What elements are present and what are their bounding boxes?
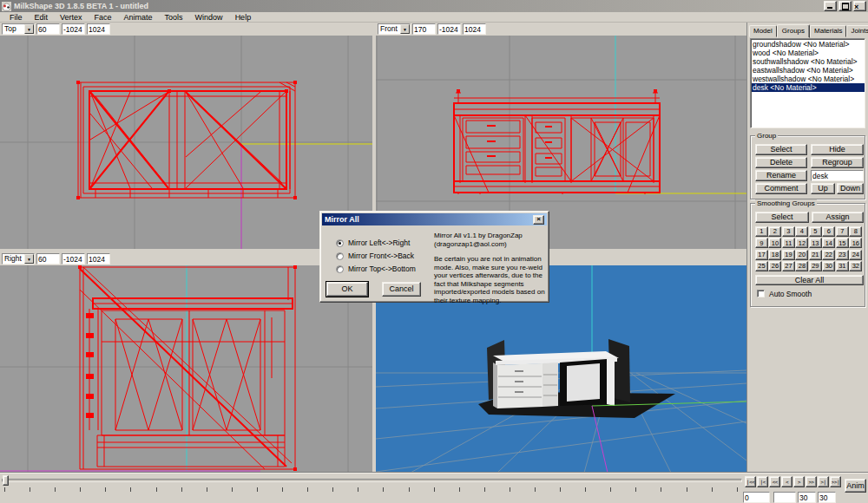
regroup-button[interactable]: Regroup xyxy=(811,157,864,168)
group-list-item[interactable]: desk <No Material> xyxy=(752,83,865,92)
cancel-button[interactable]: Cancel xyxy=(382,282,421,297)
smoothing-group-button[interactable]: 4 xyxy=(795,226,808,237)
select-button[interactable]: Select xyxy=(755,144,807,155)
max-field[interactable] xyxy=(87,253,110,265)
smoothing-group-button[interactable]: 13 xyxy=(809,238,822,248)
frame-current-field[interactable] xyxy=(773,492,796,503)
transport-button[interactable]: < xyxy=(781,476,792,487)
smooth-select-button[interactable]: Select xyxy=(755,212,809,223)
smoothing-group-button[interactable]: 14 xyxy=(822,238,835,248)
min-field[interactable] xyxy=(437,23,461,35)
menu-item[interactable]: Edit xyxy=(29,12,55,23)
timeline-track[interactable] xyxy=(2,479,742,482)
rename-button[interactable]: Rename xyxy=(755,170,807,181)
transport-button[interactable]: |<< xyxy=(745,476,756,487)
view-select[interactable]: Top ▼ xyxy=(2,23,35,35)
smoothing-group-button[interactable]: 32 xyxy=(849,261,862,271)
delete-button[interactable]: Delete xyxy=(755,157,807,168)
smoothing-group-button[interactable]: 10 xyxy=(768,238,781,248)
zoom-field[interactable] xyxy=(412,23,436,35)
smoothing-group-button[interactable]: 30 xyxy=(822,261,835,271)
smoothing-group-button[interactable]: 22 xyxy=(822,250,835,260)
restore-icon[interactable] xyxy=(838,1,852,11)
smoothing-group-button[interactable]: 19 xyxy=(782,250,795,260)
viewport-right-canvas[interactable] xyxy=(0,265,372,473)
view-select[interactable]: Right ▼ xyxy=(2,253,35,265)
transport-button[interactable]: << xyxy=(769,476,780,487)
smoothing-group-button[interactable]: 16 xyxy=(849,238,862,248)
frame-end-field[interactable] xyxy=(798,492,816,503)
auto-smooth-checkbox[interactable] xyxy=(757,290,765,297)
smoothing-group-button[interactable]: 31 xyxy=(836,261,849,271)
comment-button[interactable]: Comment xyxy=(755,183,807,194)
menu-item[interactable]: Window xyxy=(189,12,229,23)
max-field[interactable] xyxy=(463,23,486,35)
panel-tab[interactable]: Materials xyxy=(810,25,846,37)
frame-start-field[interactable] xyxy=(743,492,770,503)
smoothing-group-button[interactable]: 1 xyxy=(755,226,768,237)
group-list-item[interactable]: westwallshadow <No Material> xyxy=(752,75,865,83)
transport-button[interactable]: >| xyxy=(818,476,829,487)
transport-button[interactable]: > xyxy=(793,476,805,487)
close-icon[interactable]: × xyxy=(853,1,866,11)
max-field[interactable] xyxy=(87,23,110,35)
menu-item[interactable]: Face xyxy=(89,12,118,23)
zoom-field[interactable] xyxy=(36,253,60,265)
mirror-option[interactable]: Mirror Front<->Back xyxy=(336,252,414,260)
smoothing-group-button[interactable]: 9 xyxy=(755,238,768,248)
smoothing-group-button[interactable]: 20 xyxy=(795,250,808,260)
menu-item[interactable]: Vertex xyxy=(54,12,89,23)
min-field[interactable] xyxy=(62,23,85,35)
smoothing-group-button[interactable]: 23 xyxy=(836,250,849,260)
panel-tab[interactable]: Joints xyxy=(846,25,868,37)
smoothing-group-button[interactable]: 12 xyxy=(795,238,808,248)
hide-button[interactable]: Hide xyxy=(811,144,864,155)
menu-item[interactable]: Help xyxy=(229,12,258,23)
timeline-handle[interactable] xyxy=(3,475,9,486)
close-icon[interactable]: × xyxy=(533,215,544,225)
smoothing-group-button[interactable]: 6 xyxy=(822,226,835,237)
smoothing-group-button[interactable]: 15 xyxy=(836,238,849,248)
smoothing-group-button[interactable]: 24 xyxy=(849,250,862,260)
transport-button[interactable]: |< xyxy=(757,476,768,487)
menu-item[interactable]: Animate xyxy=(118,12,159,23)
down-button[interactable]: Down xyxy=(837,183,864,194)
panel-tab[interactable]: Groups xyxy=(777,24,810,38)
clear-all-button[interactable]: Clear All xyxy=(755,275,864,285)
group-list-item[interactable]: groundshadow <No Material> xyxy=(752,40,865,49)
anim-button[interactable]: Anim xyxy=(845,479,866,493)
frame-total-field[interactable] xyxy=(818,492,836,503)
mirror-option[interactable]: Mirror Left<->Right xyxy=(336,238,410,247)
smoothing-group-button[interactable]: 3 xyxy=(782,226,795,237)
smoothing-group-button[interactable]: 17 xyxy=(755,250,768,260)
smoothing-group-button[interactable]: 21 xyxy=(809,250,822,260)
smoothing-group-button[interactable]: 5 xyxy=(809,226,822,237)
menu-item[interactable]: File xyxy=(3,12,29,23)
transport-button[interactable]: >>| xyxy=(830,476,841,487)
dialog-title-bar[interactable]: Mirror All × xyxy=(322,213,547,225)
smoothing-group-button[interactable]: 28 xyxy=(795,261,808,271)
panel-tab[interactable]: Model xyxy=(749,25,777,37)
smoothing-group-button[interactable]: 11 xyxy=(782,238,795,248)
smoothing-group-button[interactable]: 29 xyxy=(809,261,822,271)
min-field[interactable] xyxy=(62,253,85,265)
ok-button[interactable]: OK xyxy=(326,282,368,297)
smoothing-group-button[interactable]: 27 xyxy=(782,261,795,271)
rename-field[interactable] xyxy=(811,170,864,181)
up-button[interactable]: Up xyxy=(811,183,835,194)
group-list-item[interactable]: wood <No Material> xyxy=(752,49,865,57)
menu-item[interactable]: Tools xyxy=(159,12,189,23)
minimize-icon[interactable] xyxy=(824,1,837,11)
smoothing-group-button[interactable]: 25 xyxy=(755,261,768,271)
view-select[interactable]: Front ▼ xyxy=(378,23,411,35)
zoom-field[interactable] xyxy=(36,23,60,35)
transport-button[interactable]: >> xyxy=(806,476,817,487)
group-list-item[interactable]: eastwallshadow <No Material> xyxy=(752,66,865,75)
smoothing-group-button[interactable]: 18 xyxy=(768,250,781,260)
mirror-option[interactable]: Mirror Top<->Bottom xyxy=(336,265,416,273)
smoothing-group-button[interactable]: 8 xyxy=(849,226,862,237)
title-bar[interactable]: MilkShape 3D 1.8.5 BETA 1 - untitled × xyxy=(0,0,868,12)
smooth-assign-button[interactable]: Assign xyxy=(812,212,864,223)
group-list-item[interactable]: southwallshadow <No Material> xyxy=(752,57,865,66)
viewport-top-canvas[interactable] xyxy=(0,36,372,249)
